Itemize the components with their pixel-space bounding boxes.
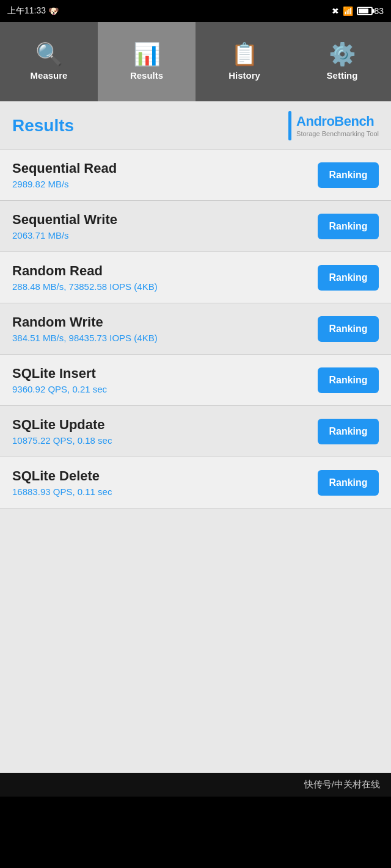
tab-history-label: History (228, 70, 260, 81)
ranking-button-sqlite-delete[interactable]: Ranking (318, 470, 379, 496)
logo-bench: Bench (334, 114, 374, 129)
tab-results[interactable]: 📊 Results (98, 22, 196, 101)
history-icon: 📋 (231, 43, 258, 65)
benchmark-info-sqlite-delete: SQLite Delete 16883.93 QPS, 0.11 sec (12, 468, 318, 497)
benchmark-info-sequential-read: Sequential Read 2989.82 MB/s (12, 161, 318, 189)
logo-main-text: AndroBench (296, 114, 379, 129)
benchmark-name-sqlite-update: SQLite Update (12, 417, 318, 433)
setting-icon: ⚙️ (329, 43, 356, 65)
androbench-logo: AndroBench Storage Benchmarking Tool (288, 111, 379, 140)
benchmark-info-sqlite-insert: SQLite Insert 9360.92 QPS, 0.21 sec (12, 366, 318, 394)
logo-text: AndroBench Storage Benchmarking Tool (296, 114, 379, 138)
battery-level: 83 (374, 6, 384, 16)
ranking-button-random-read[interactable]: Ranking (318, 265, 379, 291)
tab-history[interactable]: 📋 History (196, 22, 293, 101)
ranking-button-sequential-write[interactable]: Ranking (318, 214, 379, 239)
main-content: Results AndroBench Storage Benchmarking … (0, 101, 391, 773)
benchmark-value-sqlite-update: 10875.22 QPS, 0.18 sec (12, 435, 318, 446)
benchmark-info-random-write: Random Write 384.51 MB/s, 98435.73 IOPS … (12, 314, 318, 343)
benchmark-value-sqlite-delete: 16883.93 QPS, 0.11 sec (12, 486, 318, 497)
benchmark-value-sequential-write: 2063.71 MB/s (12, 230, 318, 241)
benchmark-row-random-write: Random Write 384.51 MB/s, 98435.73 IOPS … (0, 303, 391, 355)
ranking-button-sqlite-update[interactable]: Ranking (318, 419, 379, 444)
benchmark-info-sequential-write: Sequential Write 2063.71 MB/s (12, 212, 318, 241)
tab-setting-label: Setting (327, 70, 358, 81)
battery-display: 83 (357, 6, 384, 16)
results-header: Results AndroBench Storage Benchmarking … (0, 101, 391, 149)
benchmark-value-sequential-read: 2989.82 MB/s (12, 179, 318, 189)
logo-bar-accent (288, 111, 291, 140)
results-title: Results (12, 116, 74, 136)
results-icon: 📊 (133, 43, 161, 65)
benchmark-row-sequential-write: Sequential Write 2063.71 MB/s Ranking (0, 201, 391, 252)
cancel-icon: ✖ (332, 6, 339, 16)
benchmark-name-sqlite-delete: SQLite Delete (12, 468, 318, 484)
ranking-button-random-write[interactable]: Ranking (318, 316, 379, 342)
tab-results-label: Results (130, 70, 163, 81)
benchmark-name-sequential-write: Sequential Write (12, 212, 318, 228)
benchmark-row-random-read: Random Read 288.48 MB/s, 73852.58 IOPS (… (0, 252, 391, 303)
measure-icon: 🔍 (35, 43, 63, 65)
nav-tabs: 🔍 Measure 📊 Results 📋 History ⚙️ Setting (0, 22, 391, 101)
benchmark-info-sqlite-update: SQLite Update 10875.22 QPS, 0.18 sec (12, 417, 318, 446)
benchmark-row-sqlite-delete: SQLite Delete 16883.93 QPS, 0.11 sec Ran… (0, 457, 391, 508)
tab-measure-label: Measure (31, 70, 68, 81)
logo-sub-text: Storage Benchmarking Tool (296, 130, 379, 138)
time-display: 上午11:33 (7, 5, 46, 16)
benchmark-info-random-read: Random Read 288.48 MB/s, 73852.58 IOPS (… (12, 263, 318, 292)
benchmark-name-sqlite-insert: SQLite Insert (12, 366, 318, 382)
watermark-text: 快传号/中关村在线 (304, 779, 380, 789)
battery-icon (357, 7, 373, 15)
footer-bar: 快传号/中关村在线 (0, 773, 391, 797)
benchmark-name-random-write: Random Write (12, 314, 318, 330)
benchmark-name-random-read: Random Read (12, 263, 318, 279)
status-left: 上午11:33 🐶 (7, 5, 59, 16)
logo-andro: Andro (296, 114, 334, 129)
benchmark-row-sqlite-insert: SQLite Insert 9360.92 QPS, 0.21 sec Rank… (0, 355, 391, 406)
tab-setting[interactable]: ⚙️ Setting (293, 22, 391, 101)
status-bar: 上午11:33 🐶 ✖ 📶 83 (0, 0, 391, 22)
status-right: ✖ 📶 83 (332, 6, 384, 16)
wifi-icon: 📶 (343, 6, 353, 16)
benchmark-value-random-read: 288.48 MB/s, 73852.58 IOPS (4KB) (12, 281, 318, 292)
benchmark-name-sequential-read: Sequential Read (12, 161, 318, 176)
benchmark-row-sqlite-update: SQLite Update 10875.22 QPS, 0.18 sec Ran… (0, 406, 391, 457)
fire-icon: 🐶 (48, 6, 59, 16)
tab-measure[interactable]: 🔍 Measure (0, 22, 98, 101)
ranking-button-sqlite-insert[interactable]: Ranking (318, 367, 379, 393)
ranking-button-sequential-read[interactable]: Ranking (318, 162, 379, 188)
benchmark-value-sqlite-insert: 9360.92 QPS, 0.21 sec (12, 384, 318, 394)
benchmark-value-random-write: 384.51 MB/s, 98435.73 IOPS (4KB) (12, 333, 318, 343)
benchmark-row-sequential-read: Sequential Read 2989.82 MB/s Ranking (0, 150, 391, 201)
